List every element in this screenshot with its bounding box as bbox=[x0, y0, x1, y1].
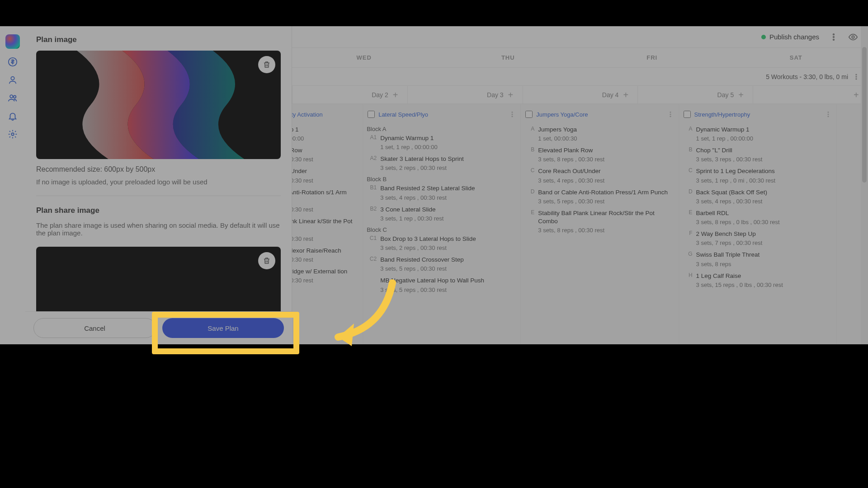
exercise-item[interactable]: G Swiss Ball Triple Threat 3 sets, 8 rep… bbox=[684, 251, 832, 267]
svg-point-4 bbox=[11, 133, 14, 136]
gear-icon[interactable] bbox=[8, 129, 18, 139]
svg-point-9 bbox=[856, 74, 857, 75]
exercise-item[interactable]: B Elevated Plank Row 3 sets, 8 reps , 00… bbox=[525, 146, 674, 163]
exercise-item[interactable]: F 2 Way Bench Step Up 3 sets, 7 reps , 0… bbox=[684, 230, 832, 246]
exercise-meta: 3 sets, 7 reps , 00:30 rest bbox=[696, 239, 832, 246]
exercise-item[interactable]: Band Hip Bridge w/ External tion s, 8 re… bbox=[292, 267, 358, 284]
column-menu-icon[interactable] bbox=[667, 111, 674, 118]
workout-title[interactable]: Lateral Speed/Plyo bbox=[378, 111, 505, 118]
exercise-badge: H bbox=[684, 272, 693, 278]
exercise-badge: C2 bbox=[368, 256, 377, 262]
exercise-item[interactable]: A2 Skater 3 Lateral Hops to Sprint 3 set… bbox=[368, 155, 516, 171]
exercise-meta: , 1 rep , 00:00:00 bbox=[292, 135, 358, 142]
add-day-icon[interactable]: + bbox=[393, 91, 401, 99]
exercise-item[interactable]: B1 Band Resisted 2 Step Lateral Slide 3 … bbox=[368, 184, 516, 201]
exercise-item[interactable]: E Barbell RDL 3 sets, 8 reps , 0 lbs , 0… bbox=[684, 209, 832, 225]
add-day-icon[interactable]: + bbox=[738, 91, 746, 99]
column-menu-icon[interactable] bbox=[825, 111, 832, 118]
exercise-meta: 3 sets, 3 reps , 00:30 rest bbox=[696, 156, 832, 163]
exercise-item[interactable]: B2 3 Cone Lateral Slide 3 sets, 1 rep , … bbox=[368, 206, 516, 222]
exercise-badge: E bbox=[684, 209, 693, 216]
exercise-meta: 3 sets, 4 reps , 00:30 rest bbox=[696, 198, 832, 205]
workout-title[interactable]: Jumpers Yoga/Core bbox=[536, 111, 663, 118]
workout-planner: Publish changes WED THU FRI SAT 5 Workou… bbox=[292, 26, 868, 344]
exercise-item[interactable]: mic Warmup 1 , 1 rep , 00:00:00 bbox=[292, 126, 358, 142]
exercise-meta: 1 set, 1 rep , 00:00:00 bbox=[380, 144, 516, 150]
exercise-item[interactable]: D Band or Cable Anti-Rotation Press/1 Ar… bbox=[525, 188, 674, 205]
exercise-item[interactable]: ility Ball Plank Linear k/Stir the Pot C… bbox=[292, 217, 358, 242]
workout-title[interactable]: Strength/Hypertrophy bbox=[694, 111, 821, 118]
workout-checkbox[interactable] bbox=[368, 111, 375, 118]
trash-icon bbox=[263, 61, 271, 69]
exercise-name: ility Ball Plank Linear k/Stir the Pot C… bbox=[292, 217, 358, 234]
users-icon[interactable] bbox=[8, 93, 18, 103]
exercise-name: Elevated Plank Row bbox=[538, 146, 674, 155]
exercise-item[interactable]: C2 Band Resisted Crossover Step 3 sets, … bbox=[368, 256, 516, 272]
dollar-icon[interactable] bbox=[8, 57, 18, 67]
exercise-item[interactable]: Reach Out/Under s, 4 reps , 00:30 rest bbox=[292, 167, 358, 183]
column-menu-icon[interactable] bbox=[509, 111, 516, 118]
summary-menu-icon[interactable] bbox=[853, 73, 860, 80]
workout-column: Lateral Speed/Plyo Block A A1 Dynamic Wa… bbox=[363, 104, 520, 344]
more-menu-icon[interactable] bbox=[829, 33, 838, 42]
svg-point-8 bbox=[852, 36, 854, 38]
exercise-item[interactable]: A1 Dynamic Warmup 1 1 set, 1 rep , 00:00… bbox=[368, 134, 516, 150]
exercise-name: Band Resisted 2 Step Lateral Slide bbox=[380, 184, 516, 192]
exercise-item[interactable]: C Core Reach Out/Under 3 sets, 4 reps , … bbox=[525, 167, 674, 183]
exercise-item[interactable]: C1 Box Drop to 3 Lateral Hops to Slide 3… bbox=[368, 235, 516, 251]
exercise-meta: s, 4 reps , 00:30 rest bbox=[292, 177, 358, 184]
add-day-icon[interactable]: + bbox=[508, 91, 516, 99]
exercise-name: 1 Leg Calf Raise bbox=[696, 272, 832, 280]
workout-checkbox[interactable] bbox=[684, 111, 691, 118]
exercise-badge: G bbox=[684, 251, 693, 257]
exercise-badge: B1 bbox=[368, 184, 377, 191]
delete-share-image-button[interactable] bbox=[258, 252, 275, 269]
exercise-item[interactable]: H 1 Leg Calf Raise 3 sets, 15 reps , 0 l… bbox=[684, 272, 832, 288]
svg-point-6 bbox=[833, 36, 835, 38]
exercise-item[interactable]: C Sprint to 1 Leg Decelerations 3 sets, … bbox=[684, 167, 832, 183]
exercise-item[interactable]: ated Plank Row s, 8 reps , 00:30 rest bbox=[292, 146, 358, 163]
workout-checkbox[interactable] bbox=[525, 111, 533, 118]
app-logo[interactable] bbox=[5, 34, 20, 49]
exercise-meta: 3 sets, 15 reps , 0 lbs , 00:30 rest bbox=[696, 282, 832, 288]
dayhdr-fri: FRI bbox=[580, 48, 724, 67]
exercise-item[interactable]: MB Negative Lateral Hop to Wall Push 3 s… bbox=[368, 277, 516, 293]
exercise-item[interactable]: d or Cable Anti-Rotation s/1 Arm Punch s… bbox=[292, 188, 358, 213]
divider bbox=[36, 196, 281, 196]
exercise-item[interactable]: A Jumpers Yoga 1 set, 00:00:30 bbox=[525, 126, 674, 142]
exercise-name: Band or Cable Anti-Rotation Press/1 Arm … bbox=[538, 188, 674, 197]
exercise-name: Stability Ball Plank Linear Rock/Stir th… bbox=[538, 209, 674, 225]
exercise-badge: B bbox=[525, 146, 534, 153]
day-label: Day 2 bbox=[372, 91, 388, 99]
preview-icon[interactable] bbox=[848, 32, 858, 42]
dayhdr-sat: SAT bbox=[724, 48, 868, 67]
exercise-badge: C bbox=[684, 167, 693, 174]
exercise-meta: 3 sets, 1 rep , 00:30 rest bbox=[380, 215, 516, 222]
user-icon[interactable] bbox=[8, 75, 18, 85]
svg-point-12 bbox=[512, 112, 513, 113]
delete-plan-image-button[interactable] bbox=[258, 56, 275, 73]
exercise-item[interactable]: Kneel Hip Flexor Raise/Reach s, 2 reps ,… bbox=[292, 247, 358, 263]
svg-point-17 bbox=[670, 116, 671, 117]
cancel-button[interactable]: Cancel bbox=[33, 318, 156, 338]
svg-point-7 bbox=[833, 39, 835, 40]
save-plan-button[interactable]: Save Plan bbox=[162, 318, 284, 338]
add-day-icon[interactable]: + bbox=[623, 91, 631, 99]
exercise-item[interactable]: A Dynamic Warmup 1 1 set, 1 rep , 00:00:… bbox=[684, 126, 832, 142]
sidebar-rail bbox=[0, 26, 25, 344]
svg-point-14 bbox=[512, 116, 513, 117]
bell-icon[interactable] bbox=[8, 111, 18, 121]
exercise-badge: F bbox=[684, 230, 693, 236]
exercise-badge: D bbox=[684, 188, 693, 195]
exercise-name: Core Reach Out/Under bbox=[538, 167, 674, 175]
planner-scrollbar[interactable] bbox=[861, 26, 868, 344]
exercise-item[interactable]: B Chop "L" Drill 3 sets, 3 reps , 00:30 … bbox=[684, 146, 832, 163]
exercise-item[interactable]: E Stability Ball Plank Linear Rock/Stir … bbox=[525, 209, 674, 234]
exercise-name: Dynamic Warmup 1 bbox=[696, 126, 832, 134]
workout-title[interactable]: /Movement Quality Activation bbox=[292, 111, 358, 118]
block-label: Block B bbox=[367, 176, 516, 183]
block-label: Block A bbox=[367, 126, 516, 132]
publish-changes-button[interactable]: Publish changes bbox=[761, 33, 819, 41]
exercise-item[interactable]: D Back Squat (Back Off Set) 3 sets, 4 re… bbox=[684, 188, 832, 205]
exercise-meta: 3 sets, 5 reps , 00:30 rest bbox=[380, 265, 516, 272]
